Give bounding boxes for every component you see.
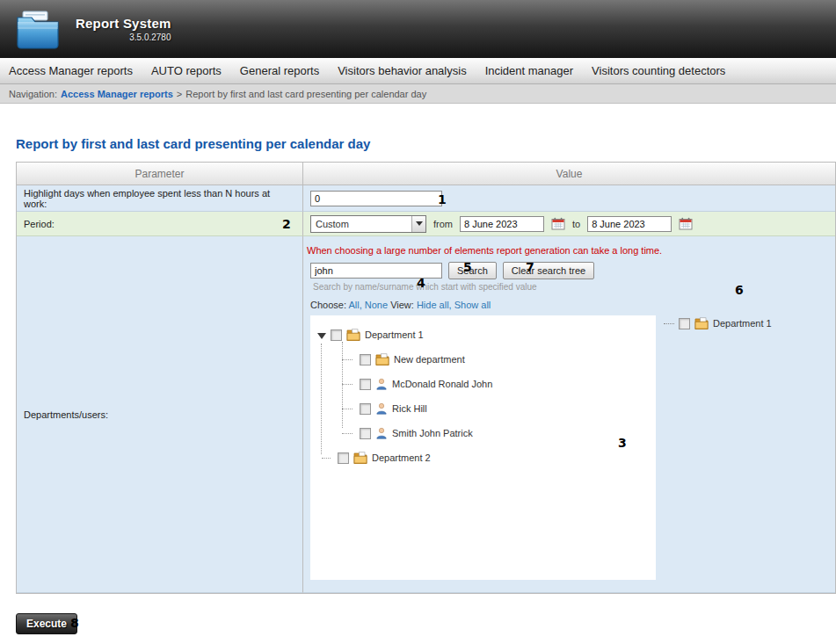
calendar-to-icon[interactable]: [679, 217, 693, 230]
tree-item-label[interactable]: McDonald Ronald John: [392, 379, 492, 389]
view-hide-all-link[interactable]: Hide all,: [417, 300, 452, 310]
checkbox-department-2[interactable]: [338, 452, 349, 464]
person-icon: [375, 427, 388, 439]
tree-item-mcdonald-ronald-john[interactable]: McDonald Ronald John: [342, 372, 656, 396]
tree-item-label[interactable]: Department 1: [365, 329, 424, 340]
select-dropdown-button[interactable]: [411, 216, 425, 232]
collapse-arrow-icon[interactable]: [317, 333, 326, 339]
checkbox-department-1[interactable]: [331, 329, 342, 341]
departments-label: Departments/users:: [24, 409, 108, 420]
tree-root-group: New department McDonald Ronald: [316, 347, 656, 470]
tree-item-label[interactable]: Smith John Patrick: [392, 428, 473, 438]
tree-item-label[interactable]: Rick Hill: [392, 403, 427, 414]
execute-button[interactable]: Execute: [16, 613, 77, 634]
menu-item-access-manager-reports[interactable]: Access Manager reports: [9, 64, 133, 77]
folder-icon: [375, 353, 389, 365]
checkbox-mcdonald-ronald-john[interactable]: [360, 379, 371, 390]
tree-item-smith-john-patrick[interactable]: Smith John Patrick: [342, 421, 656, 445]
annotation-5: 5: [463, 260, 472, 274]
tree-item-label[interactable]: New department: [394, 354, 465, 365]
breadcrumb: Navigation: Access Manager reports > Rep…: [0, 84, 836, 104]
large-selection-warning: When choosing a large number of elements…: [307, 245, 835, 256]
highlight-hours-row-label-cell: Highlight days when employee spent less …: [17, 185, 302, 212]
parameters-table: Parameter Value Highlight days when empl…: [16, 162, 836, 594]
search-result-tree-item-department-1[interactable]: Department 1: [664, 317, 772, 329]
column-header-parameter: Parameter: [17, 163, 302, 185]
folder-icon: [694, 317, 709, 329]
search-button[interactable]: Search: [448, 262, 497, 279]
period-row-value-cell: Custom from to: [302, 212, 835, 236]
tree-item-department-2[interactable]: Department 2: [316, 445, 656, 470]
choose-none-link[interactable]: None: [365, 300, 388, 310]
highlight-hours-label: Highlight days when employee spent less …: [24, 188, 295, 209]
person-icon: [375, 402, 388, 415]
period-from-label: from: [433, 219, 453, 229]
menu-item-auto-reports[interactable]: AUTO reports: [151, 64, 222, 77]
tree-item-department-1[interactable]: Department 1: [316, 322, 656, 347]
choose-view-row: Choose: All, None View: Hide all, Show a…: [310, 300, 835, 310]
app-title-block: Report System 3.5.0.2780: [76, 16, 171, 42]
annotation-1: 1: [438, 192, 447, 206]
column-header-value: Value: [302, 163, 835, 185]
annotation-4: 4: [417, 276, 425, 290]
search-row: Search Clear search tree: [310, 262, 835, 279]
menu-item-visitors-behavior-analysis[interactable]: Visitors behavior analysis: [338, 64, 466, 77]
period-to-label: to: [572, 219, 580, 229]
annotation-8: 8: [70, 616, 79, 630]
folder-icon: [353, 452, 367, 464]
choose-all-link[interactable]: All,: [348, 300, 361, 310]
annotation-2: 2: [282, 217, 291, 231]
hours-input[interactable]: [310, 191, 442, 206]
main-content: Report by first and last card presenting…: [0, 136, 836, 634]
date-to-input[interactable]: [587, 216, 672, 232]
breadcrumb-link-access-manager-reports[interactable]: Access Manager reports: [61, 89, 173, 99]
report-system-logo-icon: [14, 9, 62, 49]
tree-item-label[interactable]: Department 2: [372, 452, 431, 463]
menu-item-incident-manager[interactable]: Incident manager: [485, 64, 573, 77]
breadcrumb-current: Report by first and last card presenting…: [185, 89, 426, 99]
annotation-7: 7: [526, 260, 534, 274]
app-header: Report System 3.5.0.2780: [0, 0, 836, 58]
tree-connector: [664, 323, 674, 324]
clear-search-tree-button[interactable]: Clear search tree: [503, 262, 594, 279]
main-menu: Access Manager reports AUTO reports Gene…: [0, 58, 836, 84]
tree-item-rick-hill[interactable]: Rick Hill: [342, 396, 656, 421]
tree-item-new-department[interactable]: New department: [342, 347, 656, 372]
departments-row-value-cell: When choosing a large number of elements…: [302, 236, 835, 593]
date-from-input[interactable]: [460, 216, 544, 232]
search-hint: Search by name/surname which start with …: [313, 282, 835, 292]
footer: Execute: [16, 613, 836, 634]
tree-item-label[interactable]: Department 1: [713, 318, 772, 329]
checkbox-new-department[interactable]: [360, 354, 371, 365]
period-label: Period:: [24, 219, 55, 229]
chevron-down-icon: [416, 221, 423, 226]
annotation-6: 6: [735, 283, 744, 297]
person-icon: [375, 378, 388, 390]
checkbox-result-department-1[interactable]: [679, 318, 690, 329]
breadcrumb-separator: >: [177, 89, 182, 99]
view-label: View:: [390, 300, 414, 310]
calendar-from-icon[interactable]: [551, 217, 565, 230]
app-title: Report System: [76, 16, 171, 31]
departments-tree: Department 1: [310, 315, 656, 580]
breadcrumb-prefix: Navigation:: [9, 89, 57, 99]
department-1-children: New department McDonald Ronald: [342, 347, 656, 445]
period-select-value: Custom: [316, 219, 349, 229]
app-version: 3.5.0.2780: [76, 33, 171, 42]
checkbox-rick-hill[interactable]: [360, 403, 371, 415]
view-show-all-link[interactable]: Show all: [454, 300, 491, 310]
checkbox-smith-john-patrick[interactable]: [360, 428, 371, 439]
choose-label: Choose:: [310, 300, 346, 310]
highlight-hours-row-value-cell: [302, 185, 835, 212]
period-select[interactable]: Custom: [310, 215, 426, 233]
folder-icon: [346, 329, 360, 341]
menu-item-visitors-counting-detectors[interactable]: Visitors counting detectors: [592, 64, 725, 77]
menu-item-general-reports[interactable]: General reports: [240, 64, 319, 77]
annotation-3: 3: [618, 436, 627, 450]
page-title: Report by first and last card presenting…: [16, 136, 836, 151]
departments-row-label-cell: Departments/users:: [17, 236, 302, 593]
period-row-label-cell: Period:: [17, 212, 302, 236]
